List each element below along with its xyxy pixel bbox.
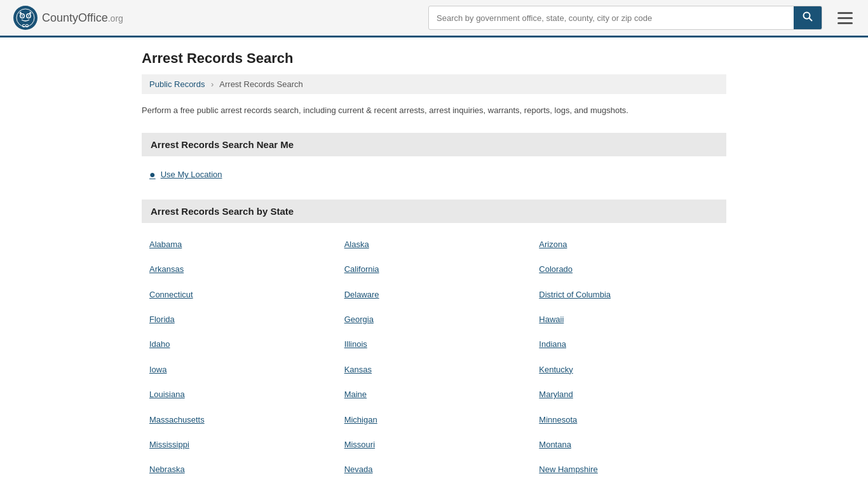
state-link[interactable]: New Mexico bbox=[337, 482, 532, 488]
state-link[interactable]: Montana bbox=[531, 432, 726, 457]
breadcrumb-separator: › bbox=[211, 79, 214, 89]
state-link[interactable]: Massachusetts bbox=[142, 407, 337, 432]
logo-text: CountyOffice.org bbox=[42, 11, 123, 25]
page-title: Arrest Records Search bbox=[142, 50, 726, 67]
search-icon bbox=[803, 11, 813, 22]
states-section: Arrest Records Search by State AlabamaAl… bbox=[142, 200, 726, 488]
state-link[interactable]: Alaska bbox=[337, 232, 532, 257]
state-link[interactable]: Michigan bbox=[337, 407, 532, 432]
search-button[interactable] bbox=[794, 6, 822, 29]
logo-icon: CO bbox=[13, 5, 38, 30]
search-input[interactable] bbox=[429, 8, 794, 28]
state-link[interactable]: Georgia bbox=[337, 307, 532, 332]
state-link[interactable]: Indiana bbox=[531, 332, 726, 356]
location-pin-icon: ● bbox=[149, 169, 156, 180]
state-link[interactable]: Kentucky bbox=[531, 357, 726, 382]
hamburger-menu-button[interactable] bbox=[835, 10, 855, 27]
state-link[interactable]: Connecticut bbox=[142, 282, 337, 307]
breadcrumb: Public Records › Arrest Records Search bbox=[142, 74, 726, 94]
state-link[interactable]: District of Columbia bbox=[531, 282, 726, 307]
svg-text:CO: CO bbox=[22, 24, 29, 28]
state-link[interactable]: Colorado bbox=[531, 257, 726, 281]
state-link[interactable]: Arkansas bbox=[142, 257, 337, 281]
use-my-location-button[interactable]: ● Use My Location bbox=[142, 165, 230, 184]
breadcrumb-current: Arrest Records Search bbox=[219, 79, 303, 89]
state-link[interactable]: Alabama bbox=[142, 232, 337, 257]
near-me-section: Arrest Records Search Near Me ● Use My L… bbox=[142, 133, 726, 184]
state-link[interactable]: Louisiana bbox=[142, 382, 337, 407]
state-link[interactable]: Arizona bbox=[531, 232, 726, 257]
logo-name: CountyOffice bbox=[42, 11, 108, 24]
menu-line-1 bbox=[837, 12, 853, 14]
state-link[interactable]: Minnesota bbox=[531, 407, 726, 432]
logo-suffix: .org bbox=[108, 13, 123, 24]
state-link[interactable]: Illinois bbox=[337, 332, 532, 356]
state-link[interactable]: Florida bbox=[142, 307, 337, 332]
states-section-header: Arrest Records Search by State bbox=[142, 200, 726, 223]
state-link[interactable]: New York bbox=[531, 482, 726, 488]
breadcrumb-parent-link[interactable]: Public Records bbox=[149, 79, 205, 89]
svg-point-7 bbox=[28, 15, 29, 17]
svg-point-6 bbox=[22, 15, 23, 17]
main-content: Arrest Records Search Public Records › A… bbox=[129, 50, 739, 488]
state-link[interactable]: Hawaii bbox=[531, 307, 726, 332]
state-link[interactable]: New Jersey bbox=[142, 482, 337, 488]
state-link[interactable]: California bbox=[337, 257, 532, 281]
states-grid: AlabamaAlaskaArizonaArkansasCaliforniaCo… bbox=[142, 232, 726, 488]
svg-point-9 bbox=[804, 13, 810, 19]
logo-link[interactable]: CO CountyOffice.org bbox=[13, 5, 123, 30]
use-location-label: Use My Location bbox=[161, 170, 222, 179]
search-bar bbox=[428, 6, 822, 30]
state-link[interactable]: Nebraska bbox=[142, 457, 337, 482]
state-link[interactable]: Missouri bbox=[337, 432, 532, 457]
state-link[interactable]: Kansas bbox=[337, 357, 532, 382]
svg-line-10 bbox=[810, 18, 813, 22]
state-link[interactable]: Maine bbox=[337, 382, 532, 407]
page-description: Perform a free public arrest records sea… bbox=[142, 104, 726, 118]
menu-line-3 bbox=[837, 22, 853, 24]
state-link[interactable]: Delaware bbox=[337, 282, 532, 307]
state-link[interactable]: New Hampshire bbox=[531, 457, 726, 482]
menu-line-2 bbox=[837, 17, 853, 19]
state-link[interactable]: Iowa bbox=[142, 357, 337, 382]
state-link[interactable]: Mississippi bbox=[142, 432, 337, 457]
state-link[interactable]: Nevada bbox=[337, 457, 532, 482]
site-header: CO CountyOffice.org bbox=[0, 0, 868, 37]
state-link[interactable]: Idaho bbox=[142, 332, 337, 356]
state-link[interactable]: Maryland bbox=[531, 382, 726, 407]
near-me-section-header: Arrest Records Search Near Me bbox=[142, 133, 726, 156]
